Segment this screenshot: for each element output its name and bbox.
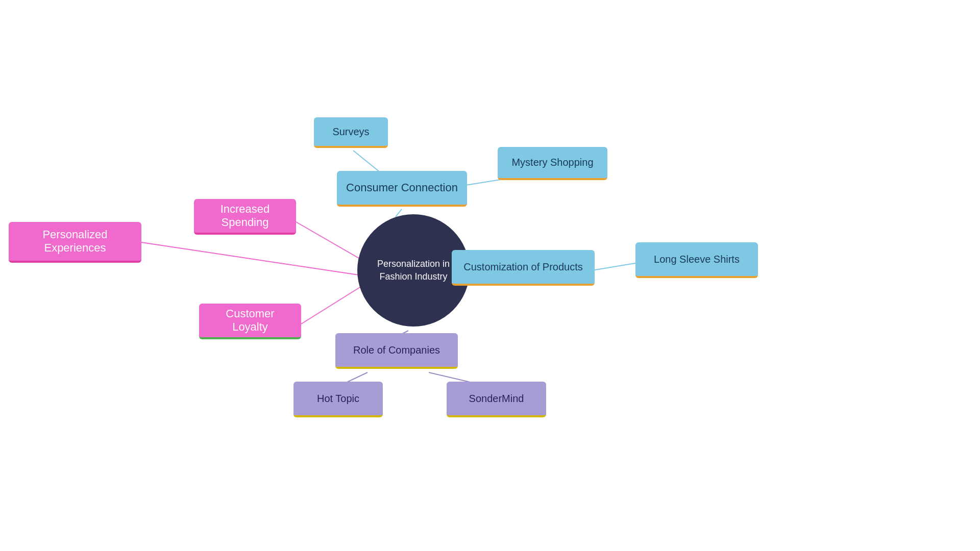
node-mystery-shopping[interactable]: Mystery Shopping <box>498 147 607 180</box>
svg-line-2 <box>301 286 362 324</box>
svg-line-1 <box>296 222 362 260</box>
node-consumer-connection[interactable]: Consumer Connection <box>337 171 467 207</box>
node-customer-loyalty[interactable]: Customer Loyalty <box>199 304 301 339</box>
node-personalized-experiences[interactable]: Personalized Experiences <box>9 222 141 263</box>
node-sondermind[interactable]: SonderMind <box>447 382 546 417</box>
svg-line-0 <box>141 242 362 276</box>
node-hot-topic[interactable]: Hot Topic <box>293 382 383 417</box>
node-customization-of-products[interactable]: Customization of Products <box>452 250 595 286</box>
node-surveys[interactable]: Surveys <box>314 117 388 148</box>
node-long-sleeve-shirts[interactable]: Long Sleeve Shirts <box>635 242 758 278</box>
node-increased-spending[interactable]: Increased Spending <box>194 199 296 235</box>
node-role-of-companies[interactable]: Role of Companies <box>335 333 458 369</box>
svg-line-7 <box>592 263 638 270</box>
